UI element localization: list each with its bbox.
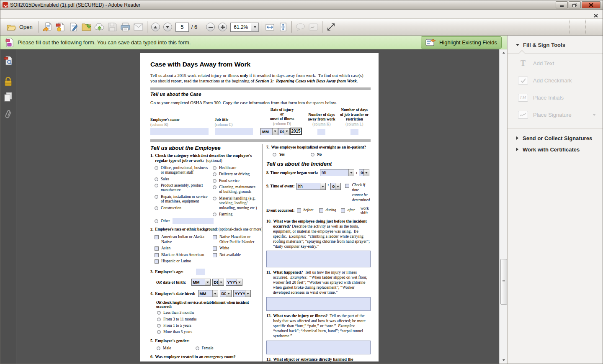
radio-option[interactable]: Food service [213,179,258,183]
checkbox-option[interactable]: Asian [155,246,211,251]
q11-answer-textarea[interactable] [266,297,371,311]
injury-day-dropdown[interactable]: DD [278,128,290,135]
radio-option[interactable]: Material handling (e.g. stocking, loadin… [213,196,258,210]
radio-option-female[interactable]: Female [196,346,214,351]
radio-option[interactable]: Construction [155,206,211,210]
scroll-down-button[interactable] [500,357,508,364]
days-away-field[interactable] [317,129,325,135]
panel-section[interactable]: Work with Certificates [508,142,603,153]
menu-item[interactable] [34,13,42,15]
checkbox-during[interactable]: during [319,208,336,213]
q12-answer-textarea[interactable] [266,341,371,354]
add-text-tool[interactable]: T Add Text [508,56,603,71]
toolbar-tab[interactable] [569,19,585,35]
checkbox-option[interactable]: White [213,246,258,251]
print-icon[interactable] [119,21,132,33]
radio-option[interactable]: From 3 to 11 months [157,317,258,322]
injury-month-dropdown[interactable]: MM [260,128,278,135]
began-work-hour-dropdown[interactable]: hh [320,169,354,176]
event-minute-dropdown[interactable]: 00 [330,183,341,190]
checkbox-option[interactable]: Hispanic or Latino [155,259,211,264]
checkbox-option[interactable]: Black or African American [155,253,211,257]
send-folder-icon[interactable] [80,21,93,33]
previous-page-button[interactable] [151,23,160,31]
radio-option[interactable]: Repair, installation or service of machi… [155,195,211,204]
zoom-in-button[interactable] [218,23,227,31]
radio-option[interactable]: From 1 to 5 years [157,323,258,328]
attachments-paperclip-icon[interactable] [3,109,14,120]
employee-name-field[interactable] [150,128,209,135]
checkbox-option[interactable]: American Indian or Alaska Native [155,235,211,244]
hired-month-dropdown[interactable]: MM [198,290,218,297]
radio-option-no[interactable]: No [311,152,322,157]
export-pdf-icon[interactable] [54,21,67,33]
radio-option[interactable]: More than 5 years [157,330,258,334]
radio-option[interactable]: Healthcare [213,166,258,170]
pages-icon[interactable] [3,91,14,103]
injury-year-field[interactable]: 2015 [290,128,302,135]
radio-option[interactable]: Cleaning, maintenance of building, groun… [213,185,258,195]
cloud-upload-icon[interactable] [93,21,106,33]
q10-answer-textarea[interactable] [266,251,371,267]
place-initials-tool[interactable]: LM Place Initials [508,90,603,105]
zoom-level-input[interactable]: 61.2% [230,23,251,32]
page-number-input[interactable]: 5 [175,23,189,32]
page-thumbnails-icon[interactable] [3,55,14,67]
fit-page-icon[interactable] [276,21,289,33]
scroll-up-button[interactable] [500,49,508,56]
typewriter-sign-icon[interactable] [307,21,320,33]
checkbox-after[interactable]: after [341,208,355,213]
checkbox-option[interactable]: Native Hawaiian or Other Pacific Islande… [213,235,258,244]
security-lock-icon[interactable] [3,76,14,87]
close-button[interactable] [582,1,600,8]
restore-button[interactable] [569,1,581,8]
fullscreen-mode-icon[interactable] [325,21,338,33]
began-work-minute-dropdown[interactable]: 00 [359,169,369,176]
open-button[interactable]: Open [3,22,36,33]
event-hour-dropdown[interactable]: hh [296,183,326,190]
add-checkmark-tool[interactable]: Add Checkmark [508,73,603,88]
checkbox-before[interactable]: before [297,208,314,213]
toolbar-tab[interactable] [537,19,553,35]
radio-option[interactable]: Office, professional, business or manage… [155,166,211,175]
employee-age-field[interactable] [196,269,205,275]
radio-option-male[interactable]: Male [157,346,171,351]
radio-option-other[interactable]: Other [155,219,170,223]
menu-item[interactable] [12,13,19,15]
dob-year-dropdown[interactable]: YYYY [226,279,242,286]
job-title-field[interactable] [215,128,253,135]
menu-item[interactable] [27,13,34,15]
hired-year-dropdown[interactable]: YYYY [233,290,251,297]
checkbox-option[interactable]: Not available [213,253,258,257]
place-signature-tool[interactable]: Place Signature [508,107,603,123]
toolbar-tab[interactable] [585,19,602,35]
radio-option[interactable]: Product assembly, product manufacture [155,183,211,193]
next-page-button[interactable] [163,23,172,31]
share-file-icon[interactable] [41,21,54,33]
zoom-dropdown-button[interactable] [251,23,259,32]
time-undetermined-checkbox[interactable] [345,184,349,188]
toolbar-tab[interactable] [553,19,569,35]
hired-day-dropdown[interactable]: DD [220,290,232,297]
email-icon[interactable] [132,21,145,33]
zoom-out-button[interactable] [206,23,215,31]
sign-document-icon[interactable] [67,21,80,33]
highlight-existing-fields-button[interactable]: Highlight Existing Fields [421,36,502,49]
chevron-down-icon[interactable] [593,114,596,116]
radio-option-yes[interactable]: Yes [273,152,285,157]
document-scrollbar[interactable] [499,49,508,364]
dob-day-dropdown[interactable]: DD [212,279,224,286]
other-job-field[interactable] [173,218,214,224]
scrollbar-thumb[interactable] [500,259,507,305]
fit-width-icon[interactable] [263,21,276,33]
menu-item[interactable] [4,13,12,15]
menu-item[interactable] [19,13,27,15]
radio-option[interactable]: Delivery or driving [213,172,258,177]
days-restriction-field[interactable] [350,129,358,135]
radio-option[interactable]: Sales [155,177,211,182]
minimize-button[interactable] [556,1,568,8]
panel-header[interactable]: Fill & Sign Tools [508,36,603,48]
radio-option[interactable]: Less than 3 months [157,310,258,315]
dob-month-dropdown[interactable]: MM [191,279,211,286]
save-icon[interactable] [106,21,119,33]
